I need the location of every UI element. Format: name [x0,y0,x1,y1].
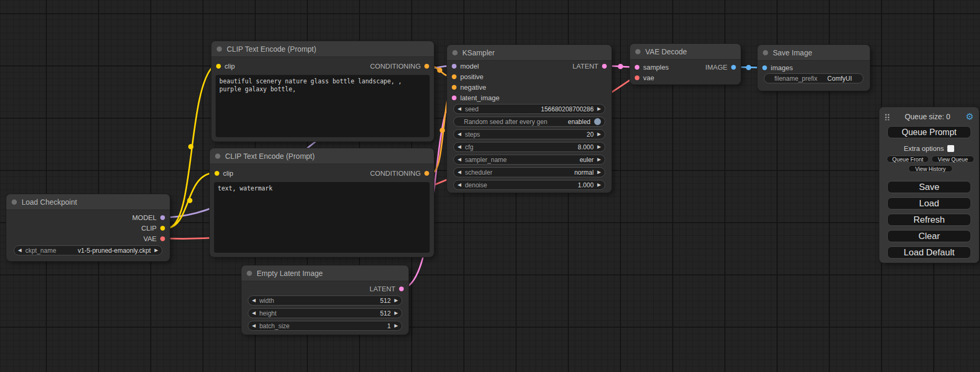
node-header[interactable]: CLIP Text Encode (Prompt) [211,41,434,57]
increment-arrow-icon[interactable]: ▶ [154,248,158,253]
denoise-widget[interactable]: ◀ denoise 1.000 ▶ [453,180,605,190]
prompt-textarea[interactable]: text, watermark [214,182,430,253]
scheduler-widget[interactable]: ◀ scheduler normal ▶ [453,167,605,177]
conditioning-port-icon[interactable] [452,85,457,90]
collapse-dot-icon[interactable] [247,271,252,276]
increment-arrow-icon[interactable]: ▶ [597,183,601,187]
decrement-arrow-icon[interactable]: ◀ [458,107,461,111]
output-slot-latent[interactable]: LATENT [573,61,607,71]
node-graph-canvas[interactable]: Load Checkpoint MODEL CLIP VAE ◀ ckpt_na… [0,0,980,372]
view-queue-button[interactable]: View Queue [932,156,974,163]
image-port-icon[interactable] [762,65,767,70]
increment-arrow-icon[interactable]: ▶ [597,132,601,137]
seed-widget[interactable]: ◀ seed 156680208700286 ▶ [453,104,605,114]
node-empty-latent-image[interactable]: Empty Latent Image LATENT ◀ width 512 ▶ … [241,265,409,335]
model-port-icon[interactable] [160,215,165,220]
queue-front-button[interactable]: Queue Front [887,156,929,163]
node-header[interactable]: VAE Decode [630,44,741,60]
width-widget[interactable]: ◀ width 512 ▶ [248,295,402,306]
output-slot-vae[interactable]: VAE [143,234,165,243]
increment-arrow-icon[interactable]: ▶ [394,298,398,303]
increment-arrow-icon[interactable]: ▶ [394,311,398,316]
collapse-dot-icon[interactable] [12,199,17,205]
clip-port-icon[interactable] [215,171,219,176]
conditioning-port-icon[interactable] [452,74,457,79]
refresh-button[interactable]: Refresh [887,214,971,226]
latent-port-icon[interactable] [399,287,404,291]
output-slot-clip[interactable]: CLIP [141,223,165,233]
conditioning-port-icon[interactable] [424,64,429,69]
output-slot-latent[interactable]: LATENT [370,284,404,293]
decrement-arrow-icon[interactable]: ◀ [458,145,461,149]
vae-port-icon[interactable] [160,236,165,241]
filename-prefix-widget[interactable]: filename_prefix ComfyUI [764,73,863,83]
node-load-checkpoint[interactable]: Load Checkpoint MODEL CLIP VAE ◀ ckpt_na… [6,194,170,261]
input-slot-vae[interactable]: vae [635,73,654,82]
cfg-widget[interactable]: ◀ cfg 8.000 ▶ [453,142,605,152]
decrement-arrow-icon[interactable]: ◀ [458,157,461,162]
node-ksampler[interactable]: KSampler model positive negative latent_… [447,45,612,193]
queue-prompt-button[interactable]: Queue Prompt [887,126,971,138]
decrement-arrow-icon[interactable]: ◀ [458,183,461,187]
batch-size-widget[interactable]: ◀ batch_size 1 ▶ [248,321,402,331]
image-port-icon[interactable] [731,65,736,70]
drag-handle-icon[interactable] [885,113,889,120]
random-seed-toggle-widget[interactable]: Random seed after every gen enabled [453,117,605,127]
collapse-dot-icon[interactable] [635,49,641,54]
collapse-dot-icon[interactable] [452,50,458,55]
extra-options-checkbox[interactable] [947,145,954,152]
node-clip-text-encode-negative[interactable]: CLIP Text Encode (Prompt) clip CONDITION… [210,148,434,257]
clip-port-icon[interactable] [160,226,165,231]
decrement-arrow-icon[interactable]: ◀ [458,132,461,137]
prompt-textarea[interactable]: beautiful scenery nature glass bottle la… [216,75,430,137]
decrement-arrow-icon[interactable]: ◀ [252,323,256,328]
collapse-dot-icon[interactable] [217,46,222,52]
clip-port-icon[interactable] [216,64,221,69]
increment-arrow-icon[interactable]: ▶ [597,157,601,162]
decrement-arrow-icon[interactable]: ◀ [18,248,22,253]
latent-port-icon[interactable] [452,96,457,100]
collapse-dot-icon[interactable] [763,50,768,55]
ckpt-name-widget[interactable]: ◀ ckpt_name v1-5-pruned-emaonly.ckpt ▶ [14,245,162,255]
node-header[interactable]: CLIP Text Encode (Prompt) [210,148,434,164]
increment-arrow-icon[interactable]: ▶ [597,170,601,175]
latent-port-icon[interactable] [635,65,639,70]
view-history-button[interactable]: View History [908,165,953,172]
output-slot-model[interactable]: MODEL [132,213,165,222]
steps-widget[interactable]: ◀ steps 20 ▶ [453,129,605,139]
vae-port-icon[interactable] [635,75,639,80]
height-widget[interactable]: ◀ height 512 ▶ [248,308,402,318]
node-header[interactable]: Save Image [758,45,870,61]
increment-arrow-icon[interactable]: ▶ [597,145,601,149]
node-header[interactable]: Empty Latent Image [241,265,409,281]
collapse-dot-icon[interactable] [215,154,220,159]
node-header[interactable]: KSampler [447,45,612,61]
input-slot-clip[interactable]: clip [215,168,234,178]
output-slot-conditioning[interactable]: CONDITIONING [370,61,429,71]
sampler-name-widget[interactable]: ◀ sampler_name euler ▶ [453,155,605,165]
input-slot-model[interactable]: model [452,61,479,71]
load-button[interactable]: Load [887,197,971,209]
clear-button[interactable]: Clear [887,230,971,242]
decrement-arrow-icon[interactable]: ◀ [252,311,256,316]
input-slot-latent-image[interactable]: latent_image [452,93,499,102]
model-port-icon[interactable] [452,64,457,69]
input-slot-samples[interactable]: samples [635,62,668,72]
decrement-arrow-icon[interactable]: ◀ [252,298,256,303]
node-save-image[interactable]: Save Image images filename_prefix ComfyU… [758,45,870,91]
node-header[interactable]: Load Checkpoint [6,194,170,210]
toggle-dot-icon[interactable] [594,118,601,125]
save-button[interactable]: Save [887,181,971,193]
input-slot-negative[interactable]: negative [452,82,486,92]
input-slot-positive[interactable]: positive [452,72,483,81]
node-vae-decode[interactable]: VAE Decode samples vae IMAGE [630,44,741,84]
input-slot-images[interactable]: images [762,63,793,72]
gear-icon[interactable]: ⚙ [966,112,974,121]
conditioning-port-icon[interactable] [424,171,429,176]
increment-arrow-icon[interactable]: ▶ [394,323,398,328]
input-slot-clip[interactable]: clip [216,61,235,71]
output-slot-conditioning[interactable]: CONDITIONING [370,168,429,178]
load-default-button[interactable]: Load Default [887,246,971,259]
decrement-arrow-icon[interactable]: ◀ [458,170,461,175]
output-slot-image[interactable]: IMAGE [705,62,736,72]
